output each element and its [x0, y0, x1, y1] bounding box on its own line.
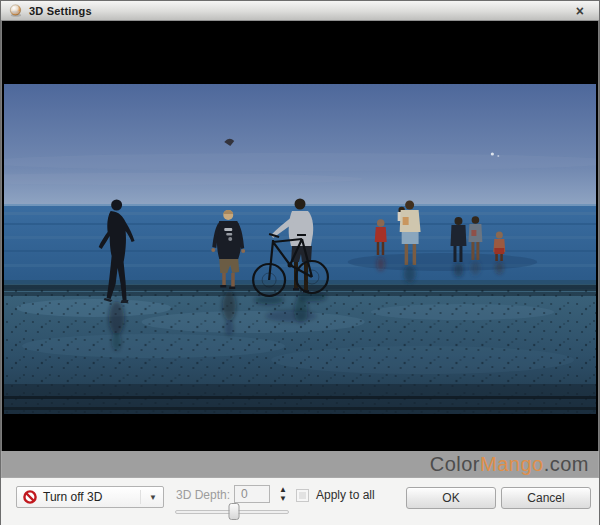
apply-to-all-group: Apply to all: [296, 488, 375, 502]
watermark-mango: Mango: [480, 453, 544, 476]
slider-thumb[interactable]: [229, 503, 240, 520]
apply-to-all-label: Apply to all: [316, 488, 375, 502]
3d-settings-dialog: 3D Settings ×: [0, 0, 600, 525]
watermark-com: .com: [544, 453, 589, 476]
turn-off-3d-icon: [23, 490, 37, 504]
beach-photo-illustration: [4, 84, 596, 414]
letterbox-top: [4, 21, 596, 84]
3d-depth-value: 0: [235, 487, 248, 501]
cancel-button[interactable]: Cancel: [501, 487, 591, 509]
apply-to-all-checkbox[interactable]: [296, 489, 309, 502]
window-title: 3D Settings: [29, 5, 92, 17]
3d-depth-spin-buttons: ▲ ▼: [276, 483, 290, 504]
3d-depth-spinner[interactable]: 0: [234, 485, 270, 503]
chevron-down-icon: ▼: [140, 490, 157, 504]
3d-mode-dropdown[interactable]: Turn off 3D ▼: [16, 486, 164, 508]
watermark: ColorMango.com: [1, 451, 599, 477]
watermark-color: Color: [430, 453, 480, 476]
close-icon[interactable]: ×: [573, 2, 587, 20]
titlebar: 3D Settings ×: [1, 1, 599, 21]
video-preview-area: ColorMango.com: [1, 21, 599, 477]
ok-button[interactable]: OK: [406, 487, 496, 509]
beach-photo: [4, 84, 596, 414]
bottom-toolbar: Turn off 3D ▼ 3D Depth: 0 ▲ ▼ Apply to a…: [1, 477, 599, 525]
spin-up-icon[interactable]: ▲: [279, 485, 287, 494]
app-icon: [9, 4, 22, 17]
3d-mode-selected-value: Turn off 3D: [43, 490, 102, 504]
3d-depth-slider[interactable]: [175, 504, 289, 520]
spin-down-icon[interactable]: ▼: [279, 494, 287, 503]
3d-depth-label: 3D Depth:: [176, 488, 230, 502]
